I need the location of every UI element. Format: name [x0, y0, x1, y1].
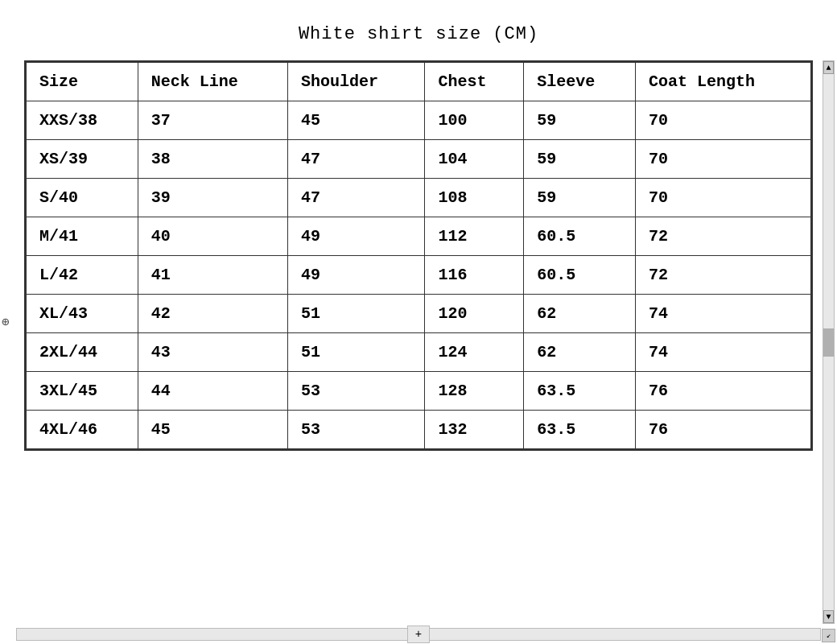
table-cell-3-1: 40 — [138, 217, 287, 256]
table-cell-5-5: 74 — [635, 295, 810, 333]
table-cell-8-0: 4XL/46 — [27, 411, 138, 449]
col-header-sleeve: Sleeve — [524, 63, 636, 101]
table-cell-2-1: 39 — [138, 179, 287, 217]
table-row: 3XL/45445312863.576 — [27, 372, 811, 411]
table-cell-2-5: 70 — [635, 179, 810, 217]
table-cell-1-0: XS/39 — [27, 140, 138, 179]
table-cell-6-0: 2XL/44 — [27, 333, 138, 372]
table-row: 2XL/4443511246274 — [27, 333, 811, 372]
table-cell-5-0: XL/43 — [27, 295, 138, 333]
table-cell-7-1: 44 — [138, 372, 287, 411]
table-cell-5-1: 42 — [138, 295, 287, 333]
table-cell-3-0: M/41 — [27, 217, 138, 256]
table-cell-6-1: 43 — [138, 333, 287, 372]
table-row: S/4039471085970 — [27, 179, 811, 217]
corner-btn[interactable]: ↙ — [822, 629, 835, 642]
scroll-up-btn[interactable]: ▲ — [823, 61, 834, 74]
table-cell-7-5: 76 — [635, 372, 810, 411]
page-wrapper: White shirt size (CM) ⊕ SizeNeck LineSho… — [0, 0, 837, 644]
page-title: White shirt size (CM) — [299, 24, 538, 44]
table-cell-1-5: 70 — [635, 140, 810, 179]
table-cell-0-5: 70 — [635, 101, 810, 140]
table-cell-5-4: 62 — [524, 295, 636, 333]
table-cell-4-1: 41 — [138, 256, 287, 295]
table-cell-7-0: 3XL/45 — [27, 372, 138, 411]
table-cell-4-0: L/42 — [27, 256, 138, 295]
table-cell-8-1: 45 — [138, 411, 287, 449]
table-cell-1-1: 38 — [138, 140, 287, 179]
table-row: XS/3938471045970 — [27, 140, 811, 179]
bottom-scroll-track[interactable]: + — [16, 628, 821, 641]
table-cell-0-4: 59 — [524, 101, 636, 140]
table-cell-4-4: 60.5 — [524, 256, 636, 295]
table-cell-4-5: 72 — [635, 256, 810, 295]
table-row: 4XL/46455313263.576 — [27, 411, 811, 449]
size-table-container: SizeNeck LineShoulderChestSleeveCoat Len… — [24, 60, 813, 451]
col-header-neck-line: Neck Line — [138, 63, 287, 101]
bottom-scrollbar: + — [16, 626, 821, 642]
table-cell-0-3: 100 — [425, 101, 524, 140]
table-cell-0-1: 37 — [138, 101, 287, 140]
bottom-plus-btn[interactable]: + — [407, 625, 430, 643]
table-cell-1-2: 47 — [287, 140, 424, 179]
table-cell-3-4: 60.5 — [524, 217, 636, 256]
table-cell-3-3: 112 — [425, 217, 524, 256]
table-cell-3-2: 49 — [287, 217, 424, 256]
size-table: SizeNeck LineShoulderChestSleeveCoat Len… — [26, 62, 811, 449]
table-cell-2-4: 59 — [524, 179, 636, 217]
table-row: XL/4342511206274 — [27, 295, 811, 333]
right-scrollbar[interactable]: ▲ ▼ — [822, 60, 835, 624]
table-cell-1-4: 59 — [524, 140, 636, 179]
table-header-row: SizeNeck LineShoulderChestSleeveCoat Len… — [27, 63, 811, 101]
table-cell-7-2: 53 — [287, 372, 424, 411]
col-header-chest: Chest — [425, 63, 524, 101]
table-cell-7-4: 63.5 — [524, 372, 636, 411]
table-cell-4-2: 49 — [287, 256, 424, 295]
table-cell-5-2: 51 — [287, 295, 424, 333]
table-cell-8-4: 63.5 — [524, 411, 636, 449]
table-cell-3-5: 72 — [635, 217, 810, 256]
table-cell-0-2: 45 — [287, 101, 424, 140]
scroll-thumb[interactable] — [823, 328, 834, 357]
table-row: M/41404911260.572 — [27, 217, 811, 256]
table-cell-6-2: 51 — [287, 333, 424, 372]
col-header-size: Size — [27, 63, 138, 101]
table-cell-2-0: S/40 — [27, 179, 138, 217]
scroll-down-btn[interactable]: ▼ — [823, 610, 834, 623]
table-cell-4-3: 116 — [425, 256, 524, 295]
resize-handle[interactable]: ⊕ — [2, 314, 10, 330]
table-cell-8-5: 76 — [635, 411, 810, 449]
table-cell-0-0: XXS/38 — [27, 101, 138, 140]
table-body: XXS/3837451005970XS/3938471045970S/40394… — [27, 101, 811, 449]
table-cell-6-3: 124 — [425, 333, 524, 372]
table-cell-8-3: 132 — [425, 411, 524, 449]
table-row: XXS/3837451005970 — [27, 101, 811, 140]
col-header-shoulder: Shoulder — [287, 63, 424, 101]
table-cell-7-3: 128 — [425, 372, 524, 411]
scrollbar-track[interactable]: ▲ ▼ — [823, 60, 835, 624]
table-row: L/42414911660.572 — [27, 256, 811, 295]
table-cell-5-3: 120 — [425, 295, 524, 333]
table-cell-2-3: 108 — [425, 179, 524, 217]
table-cell-6-5: 74 — [635, 333, 810, 372]
col-header-coat-length: Coat Length — [635, 63, 810, 101]
table-cell-1-3: 104 — [425, 140, 524, 179]
table-cell-6-4: 62 — [524, 333, 636, 372]
table-cell-8-2: 53 — [287, 411, 424, 449]
table-cell-2-2: 47 — [287, 179, 424, 217]
